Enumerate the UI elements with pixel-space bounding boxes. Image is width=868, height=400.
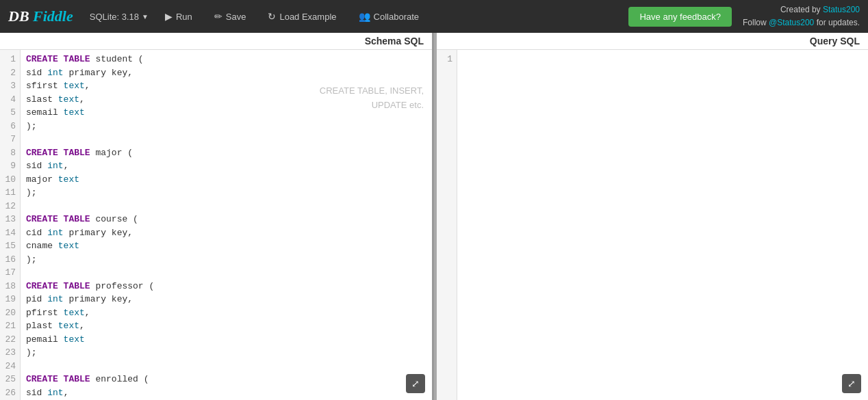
header-credits: Created by Status200 Follow @Status200 f… (743, 3, 860, 29)
query-panel: Query SQL 1 ⤢ (437, 33, 868, 400)
status200-follow-link[interactable]: @Status200 (769, 18, 814, 27)
query-editor[interactable]: 1 (437, 50, 868, 400)
sqlite-version-selector[interactable]: SQLite: 3.18 ▼ (90, 12, 149, 22)
schema-line-numbers: 12345 678910 1112131415 1617181920 21222… (0, 50, 21, 400)
play-icon: ▶ (165, 11, 173, 22)
expand-query-icon: ⤢ (847, 378, 856, 389)
chevron-down-icon: ▼ (142, 13, 149, 21)
collaborate-button[interactable]: 👥 Collaborate (353, 8, 425, 25)
collaborate-icon: 👥 (359, 11, 370, 22)
schema-code[interactable]: CREATE TABLE student ( sid int primary k… (21, 50, 432, 400)
expand-schema-button[interactable]: ⤢ (406, 374, 425, 393)
query-panel-title: Query SQL (437, 33, 868, 50)
schema-panel: Schema SQL 12345 678910 1112131415 16171… (0, 33, 434, 400)
load-example-button[interactable]: ↻ Load Example (262, 8, 342, 25)
expand-query-button[interactable]: ⤢ (842, 374, 861, 393)
logo-db: DB (8, 8, 33, 25)
sqlite-version-label: SQLite: 3.18 (90, 12, 139, 22)
query-line-numbers: 1 (437, 50, 457, 400)
query-code[interactable] (457, 50, 868, 400)
expand-schema-icon: ⤢ (411, 378, 420, 389)
logo-fiddle: Fiddle (33, 8, 73, 25)
pencil-icon: ✏ (214, 11, 222, 22)
feedback-button[interactable]: Have any feedback? (628, 7, 732, 27)
schema-panel-title: Schema SQL (0, 33, 432, 50)
schema-editor[interactable]: 12345 678910 1112131415 1617181920 21222… (0, 50, 432, 400)
save-button[interactable]: ✏ Save (209, 8, 252, 25)
refresh-icon: ↻ (268, 11, 276, 22)
run-button[interactable]: ▶ Run (159, 8, 198, 25)
logo: DB Fiddle (8, 8, 73, 25)
main-area: Schema SQL 12345 678910 1112131415 16171… (0, 33, 868, 400)
status200-link[interactable]: Status200 (823, 5, 860, 14)
header: DB Fiddle SQLite: 3.18 ▼ ▶ Run ✏ Save ↻ … (0, 0, 868, 33)
